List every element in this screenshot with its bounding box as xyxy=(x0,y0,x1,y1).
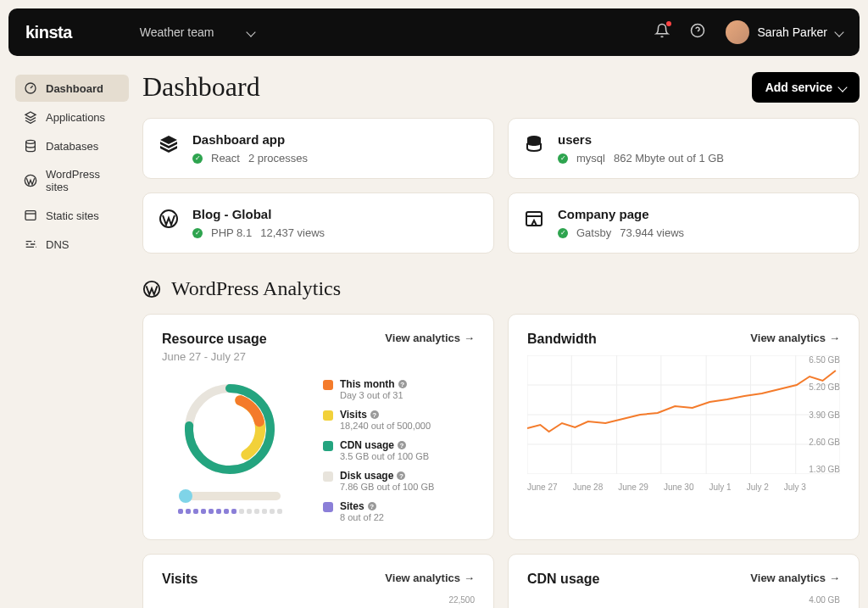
database-icon xyxy=(524,134,544,154)
arrow-right-icon: → xyxy=(829,572,840,584)
sidebar-item-static[interactable]: Static sites xyxy=(15,202,129,229)
sidebar: Dashboard Applications Databases WordPre… xyxy=(8,64,136,608)
info-icon: ? xyxy=(398,441,406,449)
sidebar-item-wordpress[interactable]: WordPress sites xyxy=(15,161,129,200)
user-menu[interactable]: Sarah Parker xyxy=(726,20,843,44)
resource-dots xyxy=(178,509,282,514)
legend-row: This month ?Day 3 out of 31 xyxy=(323,378,475,400)
service-meta: 73.944 views xyxy=(620,226,684,239)
y-tick: 3.90 GB xyxy=(809,410,840,420)
notification-dot xyxy=(666,21,671,26)
legend-row: Disk usage ?7.86 GB out of 100 GB xyxy=(323,470,475,492)
legend-swatch xyxy=(323,380,333,390)
avatar xyxy=(726,20,749,44)
wordpress-icon xyxy=(159,209,179,229)
team-name: Weather team xyxy=(140,25,214,39)
info-icon: ? xyxy=(370,410,379,419)
y-tick: 22,500 xyxy=(448,595,475,605)
chevron-down-icon xyxy=(834,27,843,36)
service-title: Dashboard app xyxy=(192,132,308,147)
service-title: Company page xyxy=(558,207,684,221)
legend-row: Sites ?8 out of 22 xyxy=(323,500,475,522)
browser-icon xyxy=(24,209,37,222)
y-tick: 6.50 GB xyxy=(809,355,840,365)
card-title: Resource usage xyxy=(162,332,267,347)
status-ok-icon xyxy=(192,228,203,238)
legend-sub: 18,240 out of 500,000 xyxy=(340,421,431,431)
add-service-button[interactable]: Add service xyxy=(752,72,860,103)
view-analytics-link[interactable]: View analytics→ xyxy=(750,572,840,584)
team-selector[interactable]: Weather team xyxy=(140,25,255,39)
legend-swatch xyxy=(323,502,333,512)
legend-sub: 3.5 GB out of 100 GB xyxy=(340,451,429,461)
legend-sub: 8 out of 22 xyxy=(340,512,384,522)
status-ok-icon xyxy=(192,153,203,164)
info-icon: ? xyxy=(397,471,405,480)
service-card-dashboard-app[interactable]: Dashboard app React 2 processes xyxy=(142,118,494,179)
svg-rect-4 xyxy=(25,211,36,220)
wordpress-icon xyxy=(24,174,37,187)
view-analytics-link[interactable]: View analytics→ xyxy=(750,332,840,344)
card-title: Visits xyxy=(162,572,198,587)
sidebar-item-databases[interactable]: Databases xyxy=(15,132,129,159)
service-meta: 862 Mbyte out of 1 GB xyxy=(614,152,724,165)
chevron-down-icon xyxy=(837,82,847,92)
chevron-down-icon xyxy=(247,27,256,36)
arrow-right-icon: → xyxy=(464,332,475,344)
x-tick: June 27 xyxy=(527,482,558,492)
resource-slider[interactable] xyxy=(179,492,281,500)
layers-icon xyxy=(24,110,37,124)
visits-card: Visits View analytics→ 22,50018,000 xyxy=(142,554,494,608)
svg-point-2 xyxy=(26,140,36,143)
legend-label: Sites ? xyxy=(340,500,384,512)
x-tick: July 3 xyxy=(784,482,806,492)
bandwidth-chart xyxy=(527,355,840,474)
sidebar-item-label: Dashboard xyxy=(46,82,103,95)
legend-label: This month ? xyxy=(340,378,407,390)
legend-swatch xyxy=(323,410,333,421)
date-range: June 27 - July 27 xyxy=(162,350,475,363)
service-card-users[interactable]: users mysql 862 Mbyte out of 1 GB xyxy=(508,118,860,179)
cdn-card: CDN usage View analytics→ 4.00 GB3.20 GB xyxy=(508,554,860,608)
sidebar-item-label: Databases xyxy=(46,140,98,153)
sliders-icon xyxy=(24,237,37,251)
y-tick: 1.30 GB xyxy=(809,465,840,474)
service-card-company[interactable]: Company page Gatsby 73.944 views xyxy=(508,192,860,254)
section-heading: WordPress Analytics xyxy=(142,277,860,300)
help-icon xyxy=(690,23,705,38)
service-tech: React xyxy=(211,152,240,165)
x-tick: June 29 xyxy=(618,482,648,492)
help-button[interactable] xyxy=(690,23,705,42)
sidebar-item-dns[interactable]: DNS xyxy=(15,231,129,258)
legend-sub: 7.86 GB out of 100 GB xyxy=(340,482,434,492)
sidebar-item-label: DNS xyxy=(46,238,69,251)
view-analytics-link[interactable]: View analytics→ xyxy=(385,332,475,344)
x-tick: July 2 xyxy=(747,482,769,492)
x-tick: June 30 xyxy=(664,482,694,492)
topbar: kinsta Weather team Sarah Parker xyxy=(8,8,860,56)
wordpress-icon xyxy=(142,280,161,298)
legend-swatch xyxy=(323,471,333,482)
sidebar-item-dashboard[interactable]: Dashboard xyxy=(15,75,129,102)
user-name: Sarah Parker xyxy=(758,25,827,39)
service-tech: Gatsby xyxy=(576,226,611,239)
service-tech: mysql xyxy=(576,152,605,165)
cdn-chart xyxy=(527,595,840,608)
service-meta: 2 processes xyxy=(248,152,308,165)
service-meta: 12,437 views xyxy=(260,226,325,239)
bandwidth-card: Bandwidth View analytics→ 6.50 GB5.20 GB… xyxy=(508,314,860,540)
service-title: users xyxy=(558,132,724,147)
card-title: Bandwidth xyxy=(527,332,597,347)
browser-icon xyxy=(524,209,544,229)
x-tick: June 28 xyxy=(573,482,604,492)
gauge-icon xyxy=(24,81,37,95)
notifications-button[interactable] xyxy=(654,23,670,42)
legend-row: Visits ?18,240 out of 500,000 xyxy=(323,409,475,431)
database-icon xyxy=(24,139,37,153)
legend-swatch xyxy=(323,441,333,451)
service-tech: PHP 8.1 xyxy=(211,226,252,239)
y-tick: 4.00 GB xyxy=(809,595,840,605)
service-card-blog[interactable]: Blog - Global PHP 8.1 12,437 views xyxy=(142,192,494,254)
sidebar-item-applications[interactable]: Applications xyxy=(15,103,129,131)
view-analytics-link[interactable]: View analytics→ xyxy=(385,572,475,584)
